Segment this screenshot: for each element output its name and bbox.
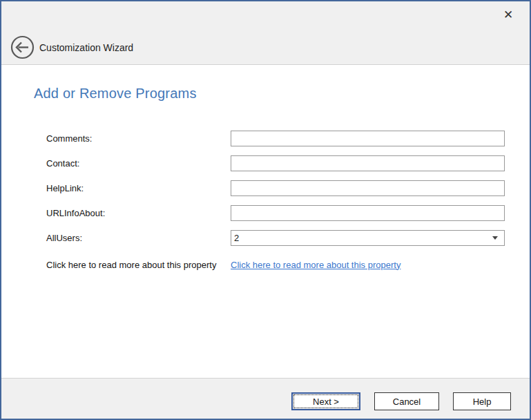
form-row: AllUsers: 2 [1,225,530,250]
form-row: URLInfoAbout: [1,200,530,225]
text-input-helplink[interactable] [231,180,505,196]
form-row: Comments: [1,126,530,151]
properties-form: Comments: Contact: HelpLink: URLInfoAbou… [1,126,530,250]
text-input-urlinfoabout[interactable] [231,205,505,221]
text-input-comments[interactable] [231,131,505,146]
wizard-title: Customization Wizard [39,42,133,53]
close-button[interactable]: ✕ [499,6,517,23]
more-info-link[interactable]: Click here to read more about this prope… [231,260,400,270]
customization-wizard-window: ✕ Customization Wizard Add or Remove Pro… [0,0,531,420]
dropdown-value: 2 [234,233,239,243]
back-button[interactable] [10,35,35,59]
field-label: Contact: [46,158,231,169]
more-info-row: Click here to read more about this prope… [1,251,530,278]
field-label: URLInfoAbout: [46,208,231,218]
close-icon: ✕ [503,9,513,21]
wizard-header: ✕ Customization Wizard [1,1,530,65]
cancel-button[interactable]: Cancel [374,392,439,410]
page-title: Add or Remove Programs [34,86,530,102]
chevron-down-icon [492,236,498,240]
field-label: HelpLink: [46,183,231,193]
wizard-content: Add or Remove Programs Comments: Contact… [1,65,530,378]
text-input-contact[interactable] [231,155,505,171]
form-row: HelpLink: [1,175,530,200]
next-button[interactable]: Next > [291,392,360,410]
allusers-dropdown[interactable]: 2 [231,230,505,246]
form-row: Contact: [1,151,530,175]
field-label: AllUsers: [46,233,231,243]
more-info-label: Click here to read more about this prope… [46,260,231,270]
field-label: Comments: [46,133,231,144]
wizard-footer: Next > Cancel Help [1,378,530,419]
help-button[interactable]: Help [453,392,511,410]
back-arrow-icon [10,51,35,61]
